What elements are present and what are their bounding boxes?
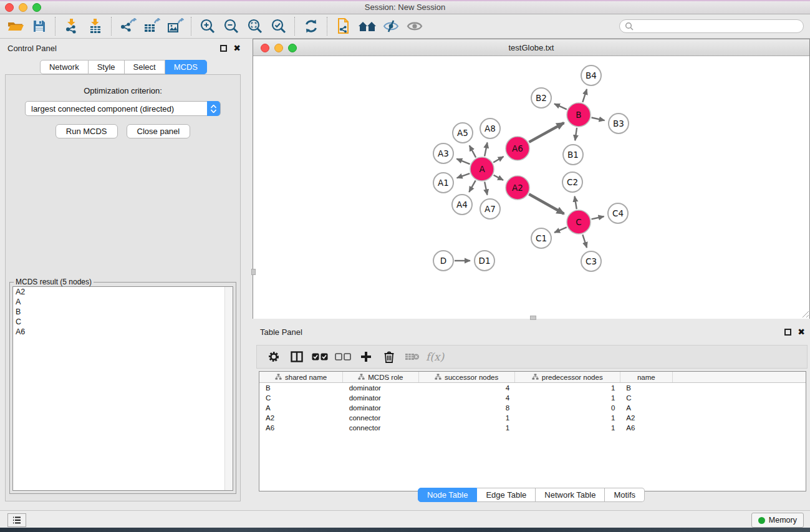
result-list-item[interactable]: A2 [13,287,233,297]
table-toolbar: f(x) [256,345,808,369]
float-panel-icon[interactable] [220,45,227,52]
graph-node-label: A8 [485,123,496,133]
graph-edge-A-A3[interactable] [456,159,470,165]
zoom-out-button[interactable] [219,16,243,36]
table-options-button[interactable] [262,347,285,366]
graph-node-label: A3 [438,148,449,158]
unselect-all-columns-button[interactable] [331,347,354,366]
select-all-columns-button[interactable] [308,347,331,366]
import-network-button[interactable] [60,16,84,36]
add-column-button[interactable] [354,347,377,366]
show-graphics-details-button[interactable] [403,16,427,36]
graph-edge-A-A4[interactable] [469,180,475,192]
result-list-item[interactable]: B [13,307,233,317]
refresh-button[interactable] [299,16,323,36]
search-icon [625,22,634,31]
toolbar-separator [327,17,328,36]
zoom-fit-button[interactable] [243,16,267,36]
graph-edge-C-C1[interactable] [554,227,567,233]
export-table-button[interactable] [140,16,163,36]
close-table-panel-icon[interactable]: ✖ [798,329,805,336]
zoom-in-button[interactable] [196,16,219,36]
column-header-shared_name[interactable]: shared name [259,372,343,383]
export-image-button[interactable] [163,16,187,36]
toolbar-separator [294,17,296,36]
float-table-panel-icon[interactable] [784,329,791,336]
cell-shared_name: C [259,393,343,403]
tab-motifs[interactable]: Motifs [605,488,645,502]
cell-filler [672,393,806,403]
table-row[interactable]: A6connector11A6 [259,423,806,433]
graph-edge-B-B1[interactable] [575,128,577,140]
graph-edge-A-A8[interactable] [485,143,487,157]
network-from-file-button[interactable] [332,16,355,36]
column-header-successors[interactable]: successor nodes [418,372,514,383]
graph-edge-C-C4[interactable] [591,216,604,219]
tab-node-table[interactable]: Node Table [418,488,478,502]
result-list-scrollbar[interactable] [224,287,233,490]
search-input[interactable] [636,21,803,31]
graph-edge-B-B3[interactable] [592,117,605,120]
left-resize-handle[interactable] [251,269,256,275]
mcds-result-list[interactable]: A2ABCA6 [12,286,233,491]
graph-edge-C-C3[interactable] [582,235,587,248]
graph-edge-A2-C[interactable] [529,194,564,214]
search-field[interactable] [619,19,804,33]
show-panels-list-button[interactable] [7,513,26,527]
table-row[interactable]: Adominator80A [259,403,806,413]
result-list-item[interactable]: A6 [13,327,233,337]
criterion-select[interactable]: largest connected component (directed) [25,101,221,116]
hide-graphics-details-button[interactable] [379,16,403,36]
delete-table-button[interactable] [400,347,423,366]
list-icon [12,516,22,525]
table-row[interactable]: A2connector11A2 [259,413,806,423]
graph-edge-B-B2[interactable] [554,104,567,109]
function-builder-button[interactable]: f(x) [426,351,444,363]
cell-shared_name: A [259,403,343,413]
graph-node-label: B2 [536,93,547,103]
graph-edge-A6-B[interactable] [529,123,564,142]
cell-filler [672,413,806,423]
delete-columns-button[interactable] [377,347,400,366]
column-header-name[interactable]: name [620,372,672,383]
graph-edge-A-A6[interactable] [493,157,503,162]
graph-edge-A-A1[interactable] [457,173,470,178]
tab-edge-table[interactable]: Edge Table [477,488,536,502]
result-list-item[interactable]: C [13,317,233,327]
first-neighbors-button[interactable] [355,16,379,36]
column-header-predecessors[interactable]: predecessor nodes [514,372,620,383]
import-table-button[interactable] [84,16,107,36]
graph-node-label: B1 [567,150,579,160]
graph-edge-A-A5[interactable] [470,145,476,157]
zoom-selected-icon [271,18,287,34]
graph-edge-A-A2[interactable] [494,175,503,180]
graph-edge-C-C2[interactable] [575,196,577,210]
run-mcds-button[interactable]: Run MCDS [55,124,118,138]
toolbar-separator [55,17,56,36]
open-session-button[interactable] [4,16,27,36]
show-column-button[interactable] [285,347,308,366]
node-table[interactable]: shared nameMCDS rolesuccessor nodesprede… [259,372,806,433]
graph-edge-B-B4[interactable] [582,89,587,102]
tab-network[interactable]: Network [40,60,89,74]
close-panel-button[interactable]: Close panel [127,124,191,138]
table-row[interactable]: Cdominator41C [259,393,806,403]
tab-style[interactable]: Style [89,60,125,74]
tab-select[interactable]: Select [125,60,165,74]
zoom-selected-button[interactable] [267,16,291,36]
export-network-button[interactable] [116,16,140,36]
column-header-mcds_role[interactable]: MCDS role [343,372,418,383]
result-list-item[interactable]: A [13,297,233,307]
table-row[interactable]: Bdominator41B [259,383,806,394]
save-session-button[interactable] [27,16,51,36]
cell-name: A2 [620,413,672,423]
memory-button[interactable]: Memory [751,513,804,528]
tab-mcds[interactable]: MCDS [165,60,207,74]
graph-node-label: B3 [613,118,624,128]
network-window-titlebar[interactable]: testGlobe.txt [253,39,809,56]
close-panel-icon[interactable]: ✖ [233,45,241,52]
network-canvas[interactable]: AA6A2BCA5A8A3A1A4A7B2B4B3B1C2C4C1C3DD1 [253,56,809,319]
tab-network-table[interactable]: Network Table [536,488,605,502]
bottom-resize-handle[interactable] [530,316,536,320]
graph-edge-A-A7[interactable] [485,182,487,195]
